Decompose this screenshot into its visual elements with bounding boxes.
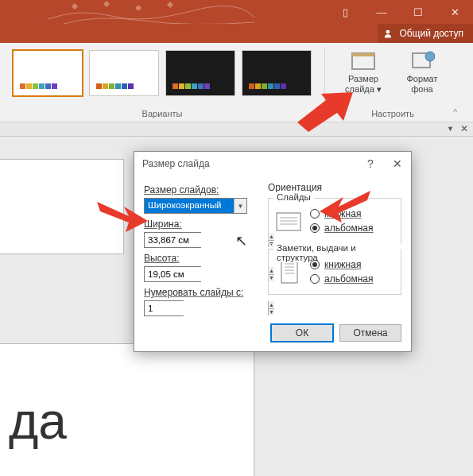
- title-bar: ▯ — ☐ ✕: [0, 0, 473, 24]
- width-spinner[interactable]: ▲▼: [144, 232, 201, 248]
- slides-landscape-radio[interactable]: альбомная: [310, 223, 374, 234]
- width-label: Ширина:: [144, 219, 257, 230]
- share-icon: [384, 29, 394, 39]
- notes-landscape-radio[interactable]: альбомная: [310, 273, 374, 284]
- ribbon-group-variants: Варианты: [0, 43, 324, 122]
- dialog-titlebar[interactable]: Размер слайда ? ✕: [134, 152, 411, 176]
- orientation-slides-legend: Слайды: [273, 192, 314, 202]
- share-button[interactable]: Общий доступ: [378, 24, 473, 43]
- pane-dropdown-icon[interactable]: ▼: [447, 125, 454, 133]
- format-background-icon: [409, 50, 435, 72]
- format-background-label: Формат фона: [406, 74, 437, 95]
- svg-rect-2: [352, 53, 374, 56]
- variant-thumb-4[interactable]: [242, 50, 312, 96]
- svg-point-4: [425, 52, 435, 61]
- width-input[interactable]: [145, 233, 268, 247]
- size-for-combo[interactable]: Широкоэкранный ▼: [144, 198, 247, 214]
- ribbon-group-label: Настроить: [325, 109, 460, 118]
- height-input[interactable]: [145, 267, 268, 281]
- ribbon-options-icon[interactable]: ▯: [327, 0, 363, 24]
- size-for-label: Размер слайдов:: [144, 184, 257, 195]
- variant-thumb-2[interactable]: [89, 50, 159, 96]
- share-label: Общий доступ: [399, 28, 463, 39]
- minimize-icon[interactable]: —: [363, 0, 400, 24]
- size-for-value: Широкоэкранный: [145, 199, 234, 213]
- orientation-heading: Ориентация: [268, 182, 401, 193]
- slide-size-dialog: Размер слайда ? ✕ Размер слайдов: Широко…: [134, 151, 412, 352]
- orientation-notes-legend: Заметки, выдачи и структура: [273, 243, 401, 262]
- maximize-icon[interactable]: ☐: [400, 0, 436, 24]
- ribbon-group-label: Варианты: [0, 109, 324, 118]
- slide-size-label: Размер слайда ▾: [345, 74, 382, 95]
- number-from-spinner[interactable]: ▲▼: [144, 300, 184, 316]
- height-spinner[interactable]: ▲▼: [144, 266, 201, 282]
- slide-size-button[interactable]: Размер слайда ▾: [339, 50, 388, 95]
- cancel-button[interactable]: Отмена: [339, 324, 401, 342]
- format-background-button[interactable]: Формат фона: [397, 50, 447, 95]
- page-landscape-icon: [275, 205, 302, 237]
- titlebar-decoration: [48, 0, 254, 24]
- orientation-slides-group: Слайды книжная альбомная: [268, 198, 401, 244]
- ribbon: Варианты Размер слайда ▾ Формат фона Нас…: [0, 43, 473, 122]
- orientation-notes-group: Заметки, выдачи и структура книжная альб…: [268, 249, 401, 295]
- variant-thumb-3[interactable]: [165, 50, 235, 96]
- ribbon-collapse-icon[interactable]: ^: [453, 108, 457, 117]
- svg-rect-9: [281, 259, 297, 283]
- number-from-label: Нумеровать слайды с:: [144, 287, 257, 298]
- slide-size-icon: [351, 50, 376, 72]
- slides-portrait-radio[interactable]: книжная: [310, 208, 374, 219]
- height-label: Высота:: [144, 253, 257, 264]
- chevron-down-icon[interactable]: ▼: [234, 199, 246, 213]
- variant-gallery[interactable]: [13, 47, 312, 96]
- task-pane-header: ▼ ✕: [0, 122, 473, 137]
- ok-button[interactable]: ОК: [271, 324, 333, 342]
- close-icon[interactable]: ✕: [436, 0, 473, 24]
- dialog-close-icon[interactable]: ✕: [384, 152, 411, 176]
- dialog-help-icon[interactable]: ?: [357, 152, 384, 176]
- slide-preview: да: [0, 343, 254, 476]
- variant-thumb-1[interactable]: [13, 50, 83, 96]
- number-from-input[interactable]: [145, 301, 268, 315]
- svg-point-0: [386, 29, 390, 33]
- svg-rect-5: [277, 213, 300, 230]
- slide-thumbnail[interactable]: [0, 159, 124, 254]
- dialog-title: Размер слайда: [142, 158, 210, 169]
- ribbon-group-customize: Размер слайда ▾ Формат фона Настроить ^: [325, 43, 460, 122]
- mouse-cursor-icon: ↖: [235, 232, 247, 250]
- pane-close-icon[interactable]: ✕: [460, 123, 468, 134]
